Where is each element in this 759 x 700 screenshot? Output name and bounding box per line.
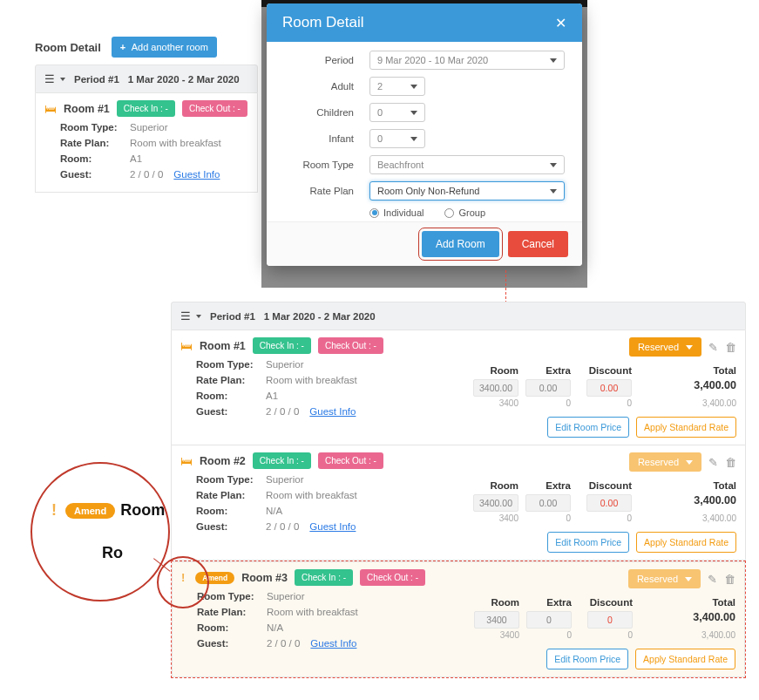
panel1-title: Room Detail (35, 41, 101, 54)
sub-room: 3400 (459, 513, 518, 523)
apply-standard-rate-button[interactable]: Apply Standard Rate (636, 532, 736, 553)
reserved-label: Reserved (638, 342, 679, 352)
check-in-chip[interactable]: Check In : - (253, 337, 311, 354)
extra-input[interactable]: 0 (526, 611, 572, 629)
guest-info-link[interactable]: Guest Info (310, 638, 356, 649)
close-icon[interactable]: ✕ (555, 15, 566, 31)
header-room: Room (459, 365, 518, 376)
apply-standard-rate-button[interactable]: Apply Standard Rate (636, 417, 736, 438)
reserved-dropdown[interactable]: Reserved (629, 337, 701, 357)
adult-select[interactable]: 2 (369, 77, 425, 96)
chevron-down-icon (550, 189, 557, 194)
bed-icon: 🛏 (44, 102, 57, 116)
edit-room-price-button[interactable]: Edit Room Price (546, 649, 628, 669)
room-label: Room: (196, 506, 266, 516)
guest-info-link[interactable]: Guest Info (309, 521, 356, 532)
amend-badge: Amend (195, 572, 234, 584)
children-select[interactable]: 0 (369, 103, 425, 122)
bed-icon: 🛏 (180, 454, 193, 468)
header-extra: Extra (518, 365, 571, 376)
total-value: 3,400.00 (633, 611, 735, 629)
extra-input[interactable]: 0.00 (525, 494, 571, 512)
radio-icon (369, 208, 379, 218)
individual-label: Individual (383, 207, 424, 218)
extra-input[interactable]: 0.00 (525, 379, 571, 397)
check-in-chip[interactable]: Check In : - (295, 569, 353, 586)
edit-room-price-button[interactable]: Edit Room Price (547, 532, 629, 553)
rate-plan-field-label: Rate Plan (284, 186, 354, 196)
apply-standard-rate-button[interactable]: Apply Standard Rate (635, 649, 735, 669)
sub-room: 3400 (459, 398, 518, 408)
period-dates: 1 Mar 2020 - 2 Mar 2020 (128, 74, 240, 85)
check-out-chip[interactable]: Check Out : - (318, 452, 383, 469)
group-label: Group (458, 207, 485, 218)
edit-icon[interactable]: ✎ (708, 573, 717, 586)
check-in-chip[interactable]: Check In : - (117, 100, 175, 117)
guest-info-link[interactable]: Guest Info (173, 169, 220, 180)
sub-extra: 0 (518, 398, 571, 408)
discount-input[interactable]: 0.00 (586, 494, 632, 512)
guest-value: 2 / 0 / 0 (130, 169, 163, 180)
room-name: Room #2 (200, 455, 246, 467)
header-extra: Extra (519, 597, 572, 608)
plus-icon: + (120, 42, 125, 52)
room-price-input[interactable]: 3400 (474, 611, 519, 629)
edit-room-price-button[interactable]: Edit Room Price (547, 417, 629, 438)
sub-discount: 0 (571, 398, 632, 408)
rate-plan-select-value: Room Only Non-Refund (377, 186, 479, 196)
chevron-down-icon (410, 137, 417, 141)
period-select[interactable]: 9 Mar 2020 - 10 Mar 2020 (369, 51, 565, 70)
period-bar[interactable]: ☰ Period #1 1 Mar 2020 - 2 Mar 2020 (35, 65, 258, 93)
children-select-value: 0 (377, 107, 383, 118)
booking-type-group[interactable]: Group (444, 207, 485, 218)
room-value: A1 (130, 153, 142, 164)
guest-label: Guest: (196, 521, 266, 532)
room-label: Room: (196, 391, 266, 401)
room-name: Room #1 (64, 103, 110, 115)
room-type-value: Superior (267, 591, 304, 601)
edit-icon[interactable]: ✎ (708, 341, 718, 354)
booking-type-individual[interactable]: Individual (369, 207, 424, 218)
discount-input[interactable]: 0 (587, 611, 633, 629)
add-room-button[interactable]: Add Room (422, 231, 499, 257)
zoom-room-clip: Ro (102, 544, 123, 562)
guest-info-link[interactable]: Guest Info (309, 406, 356, 417)
check-out-chip[interactable]: Check Out : - (318, 337, 383, 354)
rate-plan-select[interactable]: Room Only Non-Refund (369, 181, 565, 200)
cancel-button[interactable]: Cancel (508, 231, 568, 257)
add-another-room-button[interactable]: + Add another room (112, 37, 217, 58)
trash-icon[interactable]: 🗑 (724, 573, 735, 586)
period-dates: 1 Mar 2020 - 2 Mar 2020 (264, 311, 376, 322)
sub-total: 3,400.00 (632, 398, 736, 408)
chevron-down-icon (60, 78, 65, 81)
room-type-value: Superior (266, 474, 303, 485)
reserved-dropdown[interactable]: Reserved (628, 569, 701, 588)
check-out-chip[interactable]: Check Out : - (360, 569, 425, 586)
sub-discount: 0 (571, 513, 632, 523)
trash-icon[interactable]: 🗑 (725, 456, 736, 469)
room-price-input[interactable]: 3400.00 (473, 379, 518, 397)
total-value: 3,400.00 (632, 494, 736, 512)
room-value: A1 (266, 391, 278, 401)
room-type-label: Room Type: (196, 474, 266, 485)
reserved-dropdown[interactable]: Reserved (629, 452, 701, 472)
check-out-chip[interactable]: Check Out : - (182, 100, 247, 117)
sub-extra: 0 (518, 513, 571, 523)
edit-icon[interactable]: ✎ (708, 456, 718, 469)
add-another-room-label: Add another room (132, 42, 208, 52)
room-price-input[interactable]: 3400.00 (473, 494, 518, 512)
infant-select-value: 0 (377, 133, 383, 144)
guest-value: 2 / 0 / 0 (266, 406, 299, 417)
list-icon: ☰ (180, 309, 191, 323)
discount-input[interactable]: 0.00 (586, 379, 632, 397)
room-type-label: Room Type: (197, 591, 267, 601)
room-type-select[interactable]: Beachfront (369, 155, 565, 174)
infant-select[interactable]: 0 (369, 129, 425, 148)
rate-plan-label: Rate Plan: (196, 490, 266, 500)
trash-icon[interactable]: 🗑 (725, 341, 736, 354)
rate-plan-value: Room with breakfast (266, 375, 357, 385)
period-select-value: 9 Mar 2020 - 10 Mar 2020 (377, 55, 488, 65)
guest-label: Guest: (196, 406, 266, 417)
period-bar[interactable]: ☰ Period #1 1 Mar 2020 - 2 Mar 2020 (171, 302, 746, 330)
check-in-chip[interactable]: Check In : - (253, 452, 311, 469)
